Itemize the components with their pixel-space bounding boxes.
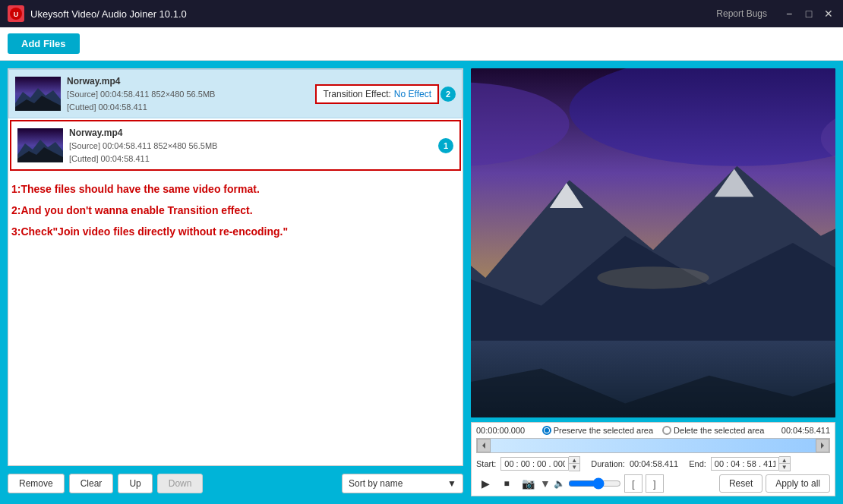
- duration-label: Duration:: [591, 459, 625, 468]
- item-badge-2: 2: [440, 87, 456, 102]
- volume-slider[interactable]: [568, 477, 621, 490]
- main-content: Norway.mp4 [Source] 00:04:58.411 852×480…: [0, 61, 843, 504]
- transition-effect-box[interactable]: Transition Effect: No Effect: [315, 84, 439, 104]
- svg-text:U: U: [14, 11, 19, 18]
- toolbar: Add Files: [0, 27, 843, 61]
- sort-dropdown[interactable]: Sort by name ▼: [342, 474, 463, 493]
- warning-line-3: 3:Check"Join video files directly withou…: [11, 221, 459, 242]
- play-button[interactable]: ▶: [476, 474, 494, 493]
- file-thumb-1: [15, 77, 61, 111]
- warning-line-1: 1:These files should have the same video…: [11, 178, 459, 200]
- svg-marker-20: [821, 443, 824, 449]
- timeline-expand-left[interactable]: [477, 439, 491, 452]
- app-logo: U: [8, 5, 24, 22]
- transition-value: No Effect: [394, 89, 431, 99]
- file-thumb-2: [17, 128, 63, 162]
- sort-label: Sort by name: [349, 478, 403, 489]
- end-label: End:: [689, 459, 706, 468]
- timeline-bar[interactable]: [476, 438, 830, 453]
- delete-radio-dot: [662, 426, 671, 435]
- clear-button[interactable]: Clear: [69, 474, 114, 493]
- file-item-2[interactable]: Norway.mp4 [Source] 00:04:58.411 852×480…: [10, 120, 461, 171]
- timeline-start-time: 00:00:00.000: [476, 426, 525, 435]
- delete-radio[interactable]: Delete the selected area: [662, 426, 764, 435]
- svg-marker-19: [482, 443, 485, 449]
- app-title: Ukeysoft Video/ Audio Joiner 10.1.0: [30, 8, 716, 20]
- file-name-1: Norway.mp4: [67, 74, 215, 88]
- apply-to-all-button[interactable]: Apply to all: [766, 474, 830, 493]
- end-time-input-group: ▲ ▼: [711, 456, 791, 471]
- end-time-down[interactable]: ▼: [779, 464, 790, 471]
- time-controls: Start: ▲ ▼ Duration: 00:04:58.411 End: ▲…: [476, 456, 830, 471]
- warning-line-2: 2:And you don't wanna enable Transition …: [11, 200, 459, 221]
- file-list: Norway.mp4 [Source] 00:04:58.411 852×480…: [8, 68, 463, 466]
- warning-area: 1:These files should have the same video…: [8, 172, 463, 248]
- up-button[interactable]: Up: [118, 474, 152, 493]
- file-cut-1: [Cutted] 00:04:58.411: [67, 101, 215, 114]
- timeline-end-time: 00:04:58.411: [781, 426, 830, 435]
- snapshot-button[interactable]: 📷: [519, 474, 537, 493]
- transition-label: Transition Effect:: [323, 89, 390, 99]
- timeline-header: 00:00:00.000 Preserve the selected area …: [476, 426, 830, 435]
- item-badge-1: 1: [438, 138, 453, 153]
- start-time-spinner: ▲ ▼: [569, 456, 580, 471]
- report-bugs-link[interactable]: Report Bugs: [716, 8, 767, 19]
- down-button: Down: [157, 474, 204, 493]
- sort-select: Sort by name ▼: [342, 474, 463, 493]
- end-time-spinner: ▲ ▼: [779, 456, 791, 471]
- start-time-input[interactable]: [500, 457, 569, 471]
- playback-controls: ▶ ■ 📷 ▼ 🔈 [ ] Reset Apply to all: [476, 474, 830, 493]
- file-name-2: Norway.mp4: [69, 126, 217, 140]
- maximize-button[interactable]: □: [802, 7, 816, 20]
- remove-button[interactable]: Remove: [8, 474, 65, 493]
- file-cut-2: [Cutted] 00:04:58.411: [69, 153, 217, 165]
- volume-icon[interactable]: ▼: [540, 477, 551, 490]
- file-info-1: Norway.mp4 [Source] 00:04:58.411 852×480…: [67, 74, 215, 113]
- end-time-up[interactable]: ▲: [779, 457, 790, 464]
- file-info-2: Norway.mp4 [Source] 00:04:58.411 852×480…: [69, 126, 217, 165]
- start-label: Start:: [476, 459, 496, 468]
- close-button[interactable]: ✕: [822, 7, 835, 20]
- preview-image: [471, 68, 835, 417]
- duration-value: 00:04:58.411: [630, 459, 678, 468]
- preserve-label: Preserve the selected area: [554, 426, 653, 435]
- end-time-input[interactable]: [711, 457, 779, 471]
- thumbnail-image-1: [15, 77, 61, 111]
- file-source-1: [Source] 00:04:58.411 852×480 56.5MB: [67, 88, 215, 101]
- right-panel: 00:00:00.000 Preserve the selected area …: [471, 68, 835, 496]
- thumbnail-image-2: [17, 128, 63, 162]
- volume-down-icon: 🔈: [554, 478, 565, 489]
- preserve-radio[interactable]: Preserve the selected area: [542, 426, 653, 435]
- stop-button[interactable]: ■: [497, 474, 516, 493]
- minimize-button[interactable]: −: [782, 7, 796, 20]
- reset-button[interactable]: Reset: [719, 474, 762, 493]
- sort-dropdown-arrow: ▼: [447, 478, 456, 489]
- start-time-input-group: ▲ ▼: [500, 456, 580, 471]
- svg-point-18: [597, 266, 709, 288]
- file-list-controls: Remove Clear Up Down Sort by name ▼: [8, 471, 463, 496]
- window-controls: − □ ✕: [782, 7, 835, 20]
- timeline-track[interactable]: [491, 439, 816, 452]
- preserve-radio-dot: [542, 426, 551, 435]
- add-files-button[interactable]: Add Files: [8, 33, 80, 54]
- start-time-up[interactable]: ▲: [569, 457, 579, 464]
- left-panel: Norway.mp4 [Source] 00:04:58.411 852×480…: [8, 68, 463, 496]
- timeline-area: 00:00:00.000 Preserve the selected area …: [471, 422, 835, 496]
- video-preview: [471, 68, 835, 417]
- delete-label: Delete the selected area: [674, 426, 764, 435]
- marker-in-button[interactable]: [: [624, 474, 643, 493]
- marker-out-button[interactable]: ]: [646, 474, 664, 493]
- start-time-down[interactable]: ▼: [569, 464, 579, 471]
- file-item-1[interactable]: Norway.mp4 [Source] 00:04:58.411 852×480…: [8, 69, 463, 118]
- timeline-expand-right[interactable]: [816, 439, 829, 452]
- file-source-2: [Source] 00:04:58.411 852×480 56.5MB: [69, 140, 217, 153]
- radio-group: Preserve the selected area Delete the se…: [542, 426, 765, 435]
- titlebar: U Ukeysoft Video/ Audio Joiner 10.1.0 Re…: [0, 0, 843, 27]
